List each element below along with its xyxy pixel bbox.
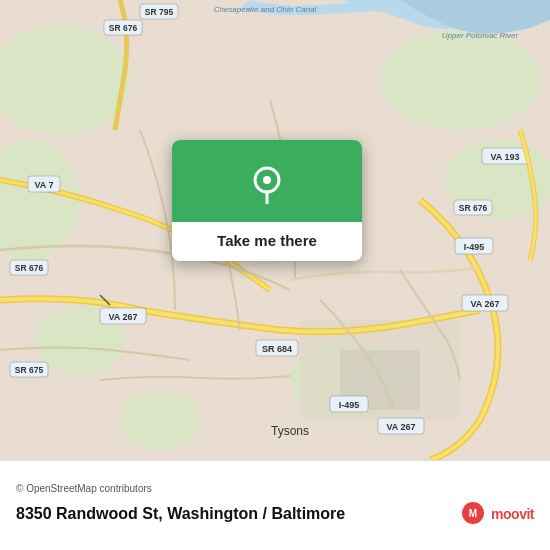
address-text: 8350 Randwood St, Washington / Baltimore: [16, 505, 345, 523]
svg-point-7: [120, 390, 200, 450]
map-container: I-495 I-495 VA 267 VA 267 VA 267 SR 684 …: [0, 0, 550, 460]
svg-text:VA 267: VA 267: [386, 422, 415, 432]
svg-point-4: [380, 30, 540, 130]
svg-text:SR 676: SR 676: [459, 203, 488, 213]
svg-point-41: [263, 176, 271, 184]
svg-text:I-495: I-495: [464, 242, 485, 252]
svg-text:SR 676: SR 676: [15, 263, 44, 273]
bottom-bar: © OpenStreetMap contributors 8350 Randwo…: [0, 460, 550, 550]
svg-text:SR 675: SR 675: [15, 365, 44, 375]
svg-text:SR 676: SR 676: [109, 23, 138, 33]
svg-text:SR 684: SR 684: [262, 344, 292, 354]
svg-text:Tysons: Tysons: [271, 424, 309, 438]
svg-text:VA 193: VA 193: [490, 152, 519, 162]
popup-card[interactable]: Take me there: [172, 140, 362, 261]
svg-text:M: M: [469, 508, 477, 519]
take-me-there-button[interactable]: Take me there: [172, 222, 362, 261]
popup-header: [172, 140, 362, 222]
moovit-icon: M: [459, 500, 487, 528]
moovit-label: moovit: [491, 506, 534, 522]
svg-text:SR 795: SR 795: [145, 7, 174, 17]
svg-text:Upper Potomac River: Upper Potomac River: [442, 31, 519, 40]
pin-icon: [246, 162, 288, 204]
moovit-logo: M moovit: [459, 500, 534, 528]
svg-text:I-495: I-495: [339, 400, 360, 410]
svg-text:VA 7: VA 7: [34, 180, 53, 190]
svg-text:VA 267: VA 267: [470, 299, 499, 309]
svg-text:VA 267: VA 267: [108, 312, 137, 322]
attribution: © OpenStreetMap contributors: [16, 483, 534, 494]
svg-text:Chesapeake and Ohio Canal: Chesapeake and Ohio Canal: [214, 5, 317, 14]
